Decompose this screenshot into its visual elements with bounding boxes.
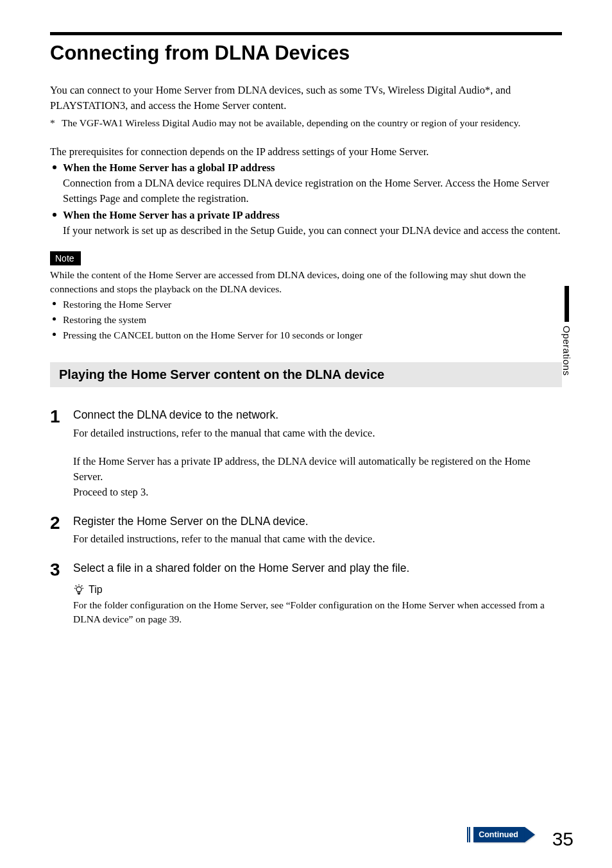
step-body: Connect the DLNA device to the network. … — [73, 408, 562, 499]
prerequisites-block: The prerequisites for connection depends… — [50, 144, 562, 239]
condition-body: If your network is set up as described i… — [63, 224, 561, 237]
step-3: 3 Select a file in a shared folder on th… — [50, 561, 562, 626]
continued-label: Continued — [473, 827, 525, 842]
step-heading: Register the Home Server on the DLNA dev… — [73, 514, 562, 530]
svg-line-1 — [76, 585, 77, 587]
prereq-intro: The prerequisites for connection depends… — [50, 144, 562, 160]
footnote-text: The VGF-WA1 Wireless Digital Audio may n… — [62, 116, 520, 130]
lightbulb-icon — [73, 584, 85, 596]
step-desc: For detailed instructions, refer to the … — [73, 531, 562, 547]
page-number: 35 — [552, 828, 574, 850]
continued-stripes-icon — [467, 827, 471, 842]
step-number: 3 — [50, 561, 73, 626]
step-1: 1 Connect the DLNA device to the network… — [50, 408, 562, 499]
footnote-marker: * — [50, 116, 62, 130]
step-body: Register the Home Server on the DLNA dev… — [73, 514, 562, 547]
arrow-right-icon — [525, 827, 535, 842]
top-rule — [50, 32, 562, 35]
condition-item: When the Home Server has a private IP ad… — [50, 208, 562, 238]
step-number: 1 — [50, 408, 73, 499]
condition-body: Connection from a DLNA device requires D… — [63, 177, 549, 204]
svg-point-5 — [76, 587, 81, 592]
step-heading: Connect the DLNA device to the network. — [73, 408, 562, 423]
side-tab-label: Operations — [561, 326, 572, 376]
condition-item: When the Home Server has a global IP add… — [50, 160, 562, 206]
tip-body: For the folder configuration on the Home… — [73, 598, 562, 626]
step-heading: Select a file in a shared folder on the … — [73, 561, 562, 576]
step-desc: For detailed instructions, refer to the … — [73, 426, 562, 441]
intro-paragraph: You can connect to your Home Server from… — [50, 83, 562, 113]
note-tag: Note — [50, 251, 81, 265]
page-title: Connecting from DLNA Devices — [50, 42, 562, 65]
step-desc: If the Home Server has a private IP addr… — [73, 454, 562, 485]
step-number: 2 — [50, 514, 73, 547]
side-tab-bar — [565, 286, 569, 322]
condition-title: When the Home Server has a global IP add… — [63, 162, 275, 174]
svg-line-2 — [81, 585, 83, 587]
note-intro: While the content of the Home Server are… — [50, 268, 562, 296]
continued-indicator: Continued — [467, 827, 535, 842]
note-list: Restoring the Home Server Restoring the … — [50, 297, 562, 343]
step-desc: Proceed to step 3. — [73, 485, 562, 500]
section-heading-bar: Playing the Home Server content on the D… — [50, 362, 562, 387]
tip-row: Tip — [73, 584, 562, 596]
note-item: Restoring the Home Server — [50, 297, 562, 312]
condition-title: When the Home Server has a private IP ad… — [63, 209, 280, 221]
note-item: Restoring the system — [50, 312, 562, 328]
manual-page: Connecting from DLNA Devices You can con… — [0, 0, 612, 868]
conditions-list: When the Home Server has a global IP add… — [50, 160, 562, 238]
step-2: 2 Register the Home Server on the DLNA d… — [50, 514, 562, 547]
steps-block: 1 Connect the DLNA device to the network… — [50, 408, 562, 626]
section-heading-text: Playing the Home Server content on the D… — [59, 367, 384, 381]
note-item: Pressing the CANCEL button on the Home S… — [50, 328, 562, 343]
tip-label: Tip — [89, 584, 103, 596]
side-tab: Operations — [561, 286, 572, 376]
footnote: * The VGF-WA1 Wireless Digital Audio may… — [50, 116, 562, 130]
step-body: Select a file in a shared folder on the … — [73, 561, 562, 626]
